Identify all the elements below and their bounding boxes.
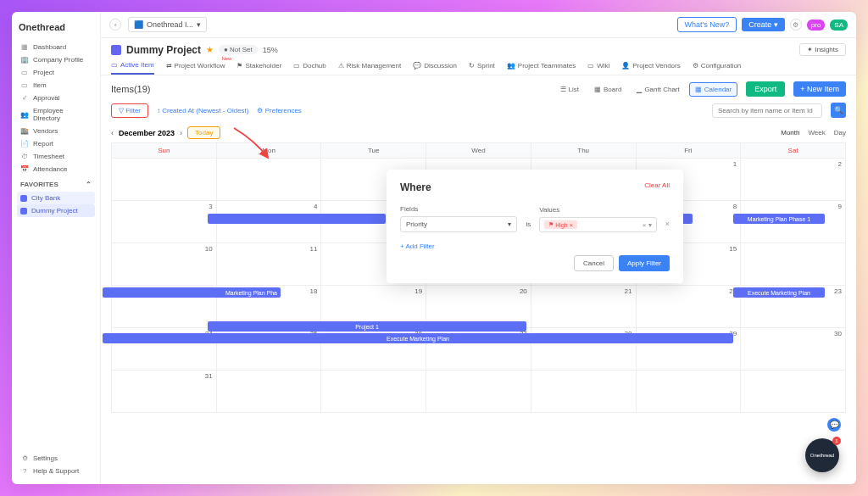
calendar-cell[interactable]: [531, 371, 636, 413]
sidebar-settings[interactable]: ⚙Settings: [17, 452, 95, 465]
calendar-cell[interactable]: 11: [216, 243, 321, 286]
tab-sprint[interactable]: ↻Sprint: [469, 61, 495, 75]
new-item-button[interactable]: + New Item: [793, 81, 846, 97]
event-bar[interactable]: [208, 214, 386, 224]
day-number: 21: [535, 287, 632, 295]
sidebar-item-vendors[interactable]: 🏬Vendors: [17, 125, 95, 137]
day-header: Tue: [321, 143, 426, 159]
day-number: 30: [744, 330, 842, 337]
calview-month[interactable]: Month: [781, 129, 799, 137]
tab-stakeholder[interactable]: ⚑Stakeholder: [236, 61, 281, 75]
star-icon[interactable]: ★: [206, 45, 214, 54]
export-button[interactable]: Export: [746, 81, 785, 97]
filter-button[interactable]: ▽ Filter: [111, 103, 148, 118]
calendar-cell[interactable]: 22: [636, 286, 741, 328]
sidebar-item-project[interactable]: ▭Project: [17, 66, 95, 79]
view-calendar[interactable]: ▦Calendar: [689, 82, 737, 97]
apply-filter-button[interactable]: Apply Filter: [619, 255, 670, 271]
tab-dochub[interactable]: ▭Dochub: [293, 61, 326, 75]
value-select[interactable]: ⚑High × × ▾: [539, 217, 656, 232]
tab-wiki[interactable]: ▭Wiki: [587, 61, 609, 75]
event-bar[interactable]: Project 1: [208, 321, 526, 332]
calendar-cell[interactable]: [321, 371, 426, 413]
chevron-up-icon[interactable]: ⌃: [86, 181, 92, 188]
calview-day[interactable]: Day: [834, 129, 846, 137]
view-board[interactable]: ▦Board: [588, 82, 627, 97]
search-input[interactable]: [712, 103, 822, 118]
status-badge[interactable]: ● Not Set: [219, 45, 258, 54]
calendar-cell[interactable]: 30: [741, 328, 846, 371]
calendar-cell[interactable]: 10: [112, 243, 217, 286]
sidebar-help-support[interactable]: ?Help & Support: [17, 465, 95, 477]
view-list[interactable]: ☰List: [554, 82, 585, 97]
favorite-dummy-project[interactable]: Dummy Project: [17, 204, 95, 217]
whats-new-button[interactable]: What's New?: [677, 17, 737, 32]
back-button[interactable]: ‹: [109, 19, 121, 31]
calendar-cell[interactable]: 2: [741, 159, 846, 201]
field-select[interactable]: Priority▾: [400, 216, 517, 232]
notification-badge: 1: [832, 437, 841, 445]
avatar[interactable]: SA: [830, 20, 848, 31]
sidebar-item-attendance[interactable]: 📅Attendance: [17, 163, 95, 176]
chat-fab[interactable]: Onethread 1: [805, 438, 839, 472]
next-month-button[interactable]: ›: [180, 129, 182, 137]
cancel-button[interactable]: Cancel: [574, 255, 614, 271]
day-number: 4: [220, 203, 318, 210]
calview-week[interactable]: Week: [808, 129, 825, 137]
tab-label: Project Vendors: [632, 62, 680, 70]
favorite-city-bank[interactable]: City Bank: [17, 192, 95, 204]
calendar-cell[interactable]: [216, 371, 321, 413]
remove-row-button[interactable]: ×: [665, 220, 670, 232]
calendar-cell[interactable]: [741, 243, 846, 286]
sidebar-item-employee-directory[interactable]: 👥Employee Directory: [17, 104, 95, 125]
search-icon[interactable]: 🔍: [831, 103, 846, 118]
day-number: 1: [640, 160, 737, 168]
today-button[interactable]: Today: [187, 126, 220, 139]
calendar-cell[interactable]: [112, 159, 217, 201]
nav-label: Approval: [33, 94, 60, 102]
tab-risk-management[interactable]: ⚠Risk Management: [338, 61, 401, 75]
workspace-select[interactable]: 🟦 Onethread I...▾: [128, 17, 207, 32]
calendar-cell[interactable]: [426, 371, 531, 413]
sidebar-item-report[interactable]: 📄Report: [17, 137, 95, 150]
settings-icon[interactable]: ⚙: [790, 19, 802, 31]
tab-project-workflow[interactable]: ⇄Project WorkflowNew: [166, 61, 225, 75]
tab-discussion[interactable]: 💬Discussion: [413, 61, 457, 75]
day-header: Fri: [636, 143, 741, 159]
tab-configuration[interactable]: ⚙Configuration: [693, 61, 742, 75]
view-gantt-chart[interactable]: ▁Gantt Chart: [631, 82, 685, 97]
remove-chip-icon[interactable]: ×: [570, 222, 573, 228]
tab-project-teammates[interactable]: 👥Project Teammates: [507, 61, 576, 75]
event-bar[interactable]: Execute Marketing Plan: [733, 287, 825, 298]
insights-button[interactable]: ✦ Insights: [799, 43, 846, 56]
high-chip[interactable]: ⚑High ×: [544, 220, 577, 229]
event-bar[interactable]: Marketing Plan Phase 1: [733, 214, 825, 224]
calendar-cell[interactable]: [216, 159, 321, 201]
add-filter-button[interactable]: + Add Filter: [400, 242, 670, 250]
create-button[interactable]: Create ▾: [742, 18, 785, 31]
calendar-cell[interactable]: [741, 371, 846, 413]
sidebar-item-dashboard[interactable]: ▦Dashboard: [17, 41, 95, 53]
tab-project-vendors[interactable]: 👤Project Vendors: [621, 61, 680, 75]
tab-icon: 💬: [413, 62, 421, 70]
calendar-cell[interactable]: [636, 371, 741, 413]
sidebar-item-company-profile[interactable]: 🏢Company Profile: [17, 53, 95, 66]
sort-button[interactable]: ↕ Created At (Newest - Oldest): [157, 107, 248, 114]
nav-icon: ⏱: [20, 153, 29, 160]
calendar-cell[interactable]: 21: [531, 286, 636, 328]
preferences-button[interactable]: ⚙ Preferences: [257, 107, 301, 114]
calendar-cell[interactable]: 3: [112, 201, 217, 243]
clear-all-button[interactable]: Clear All: [644, 181, 670, 193]
sidebar-item-approval[interactable]: ✓Approval: [17, 92, 95, 104]
sidebar-item-item[interactable]: ▭Item: [17, 79, 95, 92]
prev-month-button[interactable]: ‹: [111, 129, 114, 137]
event-bar[interactable]: Execute Marketing Plan: [103, 333, 733, 343]
tab-active-item[interactable]: ▭Active Item: [111, 61, 154, 75]
badge-pro[interactable]: pro: [807, 20, 826, 31]
help-bubble[interactable]: 💬: [827, 418, 841, 432]
nav-label: Timesheet: [33, 153, 64, 160]
calendar-cell[interactable]: 31: [112, 371, 217, 413]
nav-label: Item: [33, 81, 47, 89]
sidebar-item-timesheet[interactable]: ⏱Timesheet: [17, 150, 95, 163]
event-bar[interactable]: Marketing Plan Pha: [103, 287, 281, 298]
